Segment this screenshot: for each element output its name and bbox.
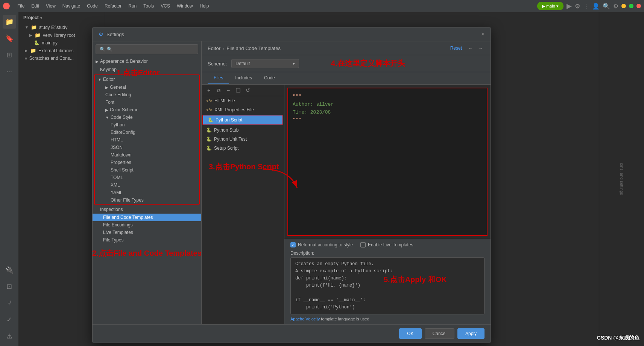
settings-editorconfig[interactable]: EditorConfig [95, 129, 199, 136]
desc-line3: def print_hi(name): [295, 276, 347, 281]
appearance-label: Appearance & Behavior [100, 59, 148, 64]
reformat-checkbox-item[interactable]: ✓ Reformat according to style [290, 242, 353, 247]
settings-markdown[interactable]: Markdown [95, 151, 199, 159]
account-icon[interactable]: 👤 [592, 3, 600, 10]
tab-files[interactable]: Files [208, 72, 229, 84]
settings-editor[interactable]: ▼ Editor [95, 75, 199, 83]
scheme-dropdown[interactable]: Default ▾ [231, 59, 299, 68]
settings-keymap[interactable]: ▶ Keymap [93, 65, 201, 74]
settings-file-and-code-templates[interactable]: File and Code Templates [93, 214, 201, 221]
file-item-xml[interactable]: </> XML Properties File [202, 105, 284, 114]
todo-icon[interactable]: ✓ [3, 313, 16, 326]
maximize-button[interactable] [629, 4, 633, 8]
live-templates-checkbox[interactable] [360, 242, 366, 247]
problems-icon[interactable]: ⚠ [3, 329, 16, 343]
layers-icon[interactable]: ⊡ [3, 280, 16, 293]
settings-code-style[interactable]: ▼ Code Style [95, 114, 199, 121]
project-icon[interactable]: 📁 [3, 15, 16, 29]
file-list-toolbar: + ⧉ − ❑ ↺ [202, 85, 284, 96]
menu-view[interactable]: View [43, 2, 59, 10]
breadcrumb: Editor › File and Code Templates [208, 46, 281, 51]
dots-icon[interactable]: ··· [3, 65, 16, 78]
dialog-close-button[interactable]: × [481, 31, 485, 37]
menu-window[interactable]: Window [174, 2, 196, 10]
bookmarks-icon[interactable]: 🔖 [3, 32, 16, 45]
structure-icon[interactable]: ⊞ [3, 48, 16, 62]
settings-appearance-behavior[interactable]: ▶ Appearance & Behavior [93, 57, 201, 65]
plugins-icon[interactable]: 🔌 [3, 263, 16, 277]
menu-refactor[interactable]: Refactor [102, 2, 125, 10]
file-list: + ⧉ − ❑ ↺ </> HTML File </> [202, 85, 284, 324]
settings-other-file-types[interactable]: Other File Types [95, 196, 199, 204]
close-app-button[interactable] [636, 4, 641, 8]
file-item-python-stub[interactable]: 🐍 Python Stub [202, 126, 284, 135]
live-templates-checkbox-item[interactable]: Enable Live Templates [360, 242, 413, 247]
title-bar-left: File Edit View Navigate Code Refactor Ru… [3, 2, 212, 10]
settings-properties[interactable]: Properties [95, 159, 199, 166]
back-arrow[interactable]: ← [466, 44, 475, 52]
settings-toml[interactable]: TOML [95, 174, 199, 181]
tab-code[interactable]: Code [258, 72, 281, 84]
copy-template-button[interactable]: ⧉ [214, 86, 223, 94]
git-icon[interactable]: ⑂ [3, 296, 16, 310]
duplicate-template-button[interactable]: ❑ [234, 86, 242, 94]
file-item-setup-script[interactable]: 🐍 Setup Script [202, 144, 284, 153]
settings-font[interactable]: Font [95, 99, 199, 106]
apply-button[interactable]: Apply [457, 328, 485, 339]
file-item-python-script[interactable]: 🐍 Python Script [203, 115, 283, 124]
settings-inspections[interactable]: ▶ Inspections [93, 205, 201, 214]
menu-navigate[interactable]: Navigate [59, 2, 83, 10]
ok-button[interactable]: OK [399, 328, 421, 339]
file-item-python-unit-test[interactable]: 🐍 Python Unit Test [202, 135, 284, 144]
run-configuration[interactable]: ▶ main ▾ [537, 2, 564, 10]
other-file-types-label: Other File Types [111, 197, 144, 203]
settings-shell-script[interactable]: Shell Script [95, 166, 199, 174]
forward-arrow[interactable]: → [476, 44, 485, 52]
settings-file-encodings[interactable]: File Encodings [93, 221, 201, 229]
tab-includes[interactable]: Includes [229, 72, 258, 84]
tabs-row: Files Includes Code [202, 72, 491, 85]
debug-icon[interactable]: ▶ [567, 2, 572, 10]
velocity-link[interactable]: Apache Velocity [290, 317, 320, 321]
reset-link[interactable]: Reset [450, 46, 462, 51]
add-template-button[interactable]: + [205, 86, 213, 94]
settings-python[interactable]: Python [95, 121, 199, 129]
more-icon[interactable]: ⋮ [583, 3, 589, 10]
search-icon[interactable]: 🔍 [603, 3, 610, 10]
menu-edit[interactable]: Edit [28, 2, 42, 10]
file-and-code-templates-label: File and Code Templates [103, 215, 153, 220]
settings-color-scheme[interactable]: ▶ Color Scheme [95, 106, 199, 114]
minimize-button[interactable] [621, 4, 626, 8]
cancel-button[interactable]: Cancel [425, 328, 454, 339]
menu-file[interactable]: File [14, 2, 27, 10]
menu-help[interactable]: Help [197, 2, 212, 10]
desc-line5: if __name__ == '__main__': [295, 297, 366, 303]
settings-search-box[interactable]: 🔍 [96, 44, 198, 54]
file-item-html[interactable]: </> HTML File [202, 96, 284, 105]
file-encodings-label: File Encodings [103, 222, 133, 228]
settings-file-types[interactable]: File Types [93, 236, 201, 244]
code-editor[interactable]: """ Author: silver Time: 2023/08 """ [287, 88, 488, 236]
reset-template-button[interactable]: ↺ [244, 86, 252, 94]
settings-html[interactable]: HTML [95, 136, 199, 144]
scratch-icon: ≡ [25, 56, 27, 61]
reformat-checkbox[interactable]: ✓ [290, 242, 296, 247]
settings-xml[interactable]: XML [95, 181, 199, 189]
hint-text: ions, and settings [620, 163, 624, 195]
menu-run[interactable]: Run [125, 2, 140, 10]
settings-icon[interactable]: ⚙ [613, 3, 618, 10]
profile-icon[interactable]: ⚙ [575, 3, 580, 10]
menu-tools[interactable]: Tools [140, 2, 157, 10]
menu-vcs[interactable]: VCS [158, 2, 173, 10]
settings-yaml[interactable]: YAML [95, 189, 199, 196]
settings-general[interactable]: ▶ General [95, 83, 199, 91]
settings-search-input[interactable] [107, 47, 194, 52]
settings-code-editing[interactable]: Code Editing [95, 91, 199, 99]
settings-live-templates[interactable]: Live Templates [93, 229, 201, 236]
menu-code[interactable]: Code [84, 2, 101, 10]
chevron-right-icon: ▶ [96, 59, 99, 64]
settings-json[interactable]: JSON [95, 144, 199, 151]
folder-icon: 📁 [31, 24, 37, 30]
delete-template-button[interactable]: − [224, 86, 232, 94]
dialog-title-text: Settings [106, 32, 124, 37]
